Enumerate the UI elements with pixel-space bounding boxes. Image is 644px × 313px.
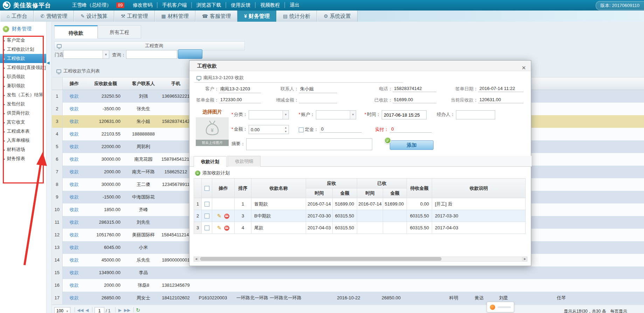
page-size-select[interactable]: 100▼: [54, 307, 70, 313]
receive-payment-link[interactable]: 收款: [70, 295, 79, 300]
edit-icon[interactable]: ✎: [217, 225, 222, 231]
receive-payment-link[interactable]: 收款: [70, 220, 79, 225]
sidebar-item[interactable]: ▸工程成本表: [0, 127, 46, 136]
step-down-icon[interactable]: ▼: [284, 130, 288, 133]
amount-stepper[interactable]: 0.00 ▲ ▼: [249, 125, 289, 134]
refresh-icon[interactable]: ↻: [136, 307, 140, 313]
row-checkbox[interactable]: [205, 225, 209, 230]
receive-payment-link[interactable]: 收款: [70, 207, 79, 212]
account-select[interactable]: ▼: [316, 110, 356, 119]
sidebar-item[interactable]: ▸职员领款: [0, 72, 46, 81]
current-user[interactable]: 王雪峰（总经理）: [72, 2, 111, 8]
receive-payment-link[interactable]: 收款: [70, 144, 79, 149]
receive-payment-link[interactable]: 收款: [70, 93, 79, 99]
delete-icon[interactable]: [224, 214, 229, 219]
search-button[interactable]: [178, 49, 202, 59]
collapse-sidebar-icon[interactable]: ◀: [47, 57, 51, 69]
receive-payment-link[interactable]: 收款: [70, 169, 79, 174]
sidebar-header[interactable]: ▼ 财务管理: [0, 22, 46, 36]
nav-tab[interactable]: ▤ 统计分析: [276, 11, 317, 22]
close-icon[interactable]: ✕: [521, 63, 526, 73]
select-all-checkbox[interactable]: [205, 186, 209, 191]
last-page-button[interactable]: ▶▶: [124, 308, 130, 313]
store-select[interactable]: ▼: [63, 50, 109, 59]
deposit-checkbox[interactable]: [299, 127, 304, 132]
sidebar-item[interactable]: ▸材料进场: [0, 145, 46, 154]
horizontal-scrollbar[interactable]: ◀ ▶: [194, 257, 527, 262]
category-select[interactable]: ▼: [249, 110, 289, 119]
plan-tab-label: 收款明细: [235, 159, 253, 164]
sidebar-item[interactable]: ▸财务报表: [0, 154, 46, 163]
topbar-link[interactable]: 退出: [285, 2, 304, 8]
receive-payment-link[interactable]: 收款: [70, 232, 79, 237]
sidebar-item[interactable]: ▸发包付款: [0, 99, 46, 109]
image-placeholder[interactable]: ¥ 暂未上传图片: [196, 117, 229, 146]
sidebar-item[interactable]: ▸兼职领款: [0, 81, 46, 90]
add-plan-link[interactable]: ＋ 添加收款计划: [195, 170, 230, 176]
nav-tab[interactable]: ✆ 营销管理: [34, 11, 74, 22]
receive-payment-link[interactable]: 收款: [70, 270, 79, 275]
scrollbar-thumb[interactable]: [200, 257, 442, 261]
summary-input[interactable]: [246, 138, 372, 150]
edit-icon[interactable]: ✎: [217, 213, 222, 219]
receive-payment-link[interactable]: 收款: [70, 257, 79, 263]
receive-payment-link[interactable]: 收款: [70, 194, 79, 200]
scroll-left-icon[interactable]: ◀: [194, 257, 199, 262]
nav-tab[interactable]: ▦ 材料管理: [155, 11, 195, 22]
receive-payment-link[interactable]: 收款: [70, 156, 79, 162]
agent-input[interactable]: [456, 110, 495, 119]
nav-tab[interactable]: ¥ 财务管理: [237, 11, 276, 22]
receive-payment-link[interactable]: 收款: [70, 131, 79, 137]
row-checkbox[interactable]: [205, 202, 209, 207]
search-input[interactable]: [126, 50, 177, 59]
col-index: [52, 77, 62, 90]
sidebar-item[interactable]: ▸工程收款: [0, 54, 46, 63]
col-action[interactable]: 操作: [62, 77, 86, 90]
col-receivable[interactable]: 应收款金额: [86, 77, 125, 90]
pick-image-button[interactable]: 选择图片: [196, 109, 229, 115]
scroll-right-icon[interactable]: ▶: [522, 257, 527, 262]
notification-badge[interactable]: 89: [116, 2, 124, 8]
sidebar-item[interactable]: ▸入库单稽核: [0, 136, 46, 145]
col-contact[interactable]: 客户联系人: [125, 77, 161, 90]
topbar-link[interactable]: 视频教程: [255, 2, 285, 8]
receive-payment-link[interactable]: 收款: [70, 182, 79, 187]
content-tab[interactable]: 待收款: [54, 25, 98, 39]
sidebar-item[interactable]: ▸其它收支: [0, 118, 46, 127]
topbar-link[interactable]: 修改密码: [128, 2, 157, 8]
sidebar-item[interactable]: ▸工程收款计划: [0, 45, 46, 54]
sidebar-item[interactable]: ▸客户定金: [0, 36, 46, 45]
step-up-icon[interactable]: ▲: [284, 126, 288, 130]
sidebar-item[interactable]: ▸发包（工长）结算: [0, 90, 46, 99]
sidebar-splitter[interactable]: ◀: [47, 22, 52, 313]
col-phone[interactable]: 手机: [161, 77, 190, 90]
plan-tab[interactable]: 收款计划: [194, 156, 227, 167]
recv-time: 2016-07-14: [306, 198, 333, 210]
brand-logo-icon: [3, 1, 11, 9]
receive-payment-link[interactable]: 收款: [70, 106, 79, 111]
topbar-link[interactable]: 手机客户端: [157, 2, 192, 8]
add-payment-button[interactable]: 添加: [390, 140, 434, 150]
nav-tab[interactable]: ⚒ 工程管理: [114, 11, 155, 22]
nav-tab[interactable]: ⚙ 系统设置: [317, 11, 358, 22]
sidebar-item[interactable]: ▸供货商付款: [0, 109, 46, 118]
page-number-input[interactable]: [95, 307, 104, 313]
topbar-link[interactable]: 浏览器下载: [192, 2, 226, 8]
first-page-button[interactable]: ◀◀: [77, 308, 83, 313]
nav-tab[interactable]: ✎ 设计预算: [74, 11, 114, 22]
sidebar-item[interactable]: ▸工程领款[直接领款]: [0, 63, 46, 72]
floating-widget[interactable]: [487, 302, 514, 312]
receive-payment-link[interactable]: 收款: [70, 245, 79, 250]
plan-tab[interactable]: 收款明细: [228, 156, 261, 167]
time-input[interactable]: [382, 110, 427, 119]
next-page-button[interactable]: ▶: [118, 308, 122, 313]
receive-payment-link[interactable]: 收款: [70, 119, 79, 124]
row-checkbox[interactable]: [205, 214, 209, 218]
nav-tab[interactable]: ☎ 客服管理: [195, 11, 237, 22]
content-tab[interactable]: 所有工程: [98, 25, 141, 39]
prev-page-button[interactable]: ◀: [85, 308, 89, 313]
receive-payment-link[interactable]: 收款: [70, 283, 79, 288]
topbar-link[interactable]: 使用反馈: [226, 2, 255, 8]
nav-tab[interactable]: ⌂ 工作台: [0, 11, 34, 22]
delete-icon[interactable]: [224, 225, 229, 231]
